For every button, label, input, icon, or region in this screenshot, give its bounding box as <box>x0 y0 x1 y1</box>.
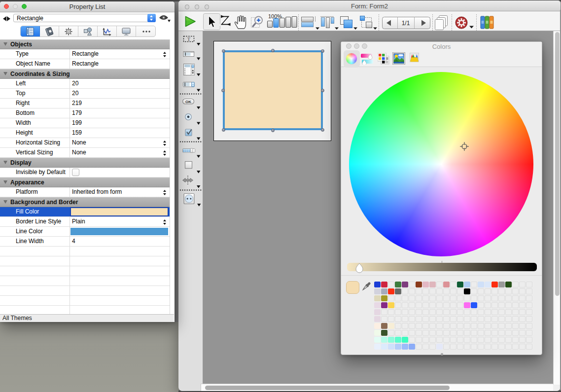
svg-text:T: T <box>187 37 191 42</box>
svg-text:OK: OK <box>185 100 191 104</box>
svg-text:1/1: 1/1 <box>402 20 410 27</box>
